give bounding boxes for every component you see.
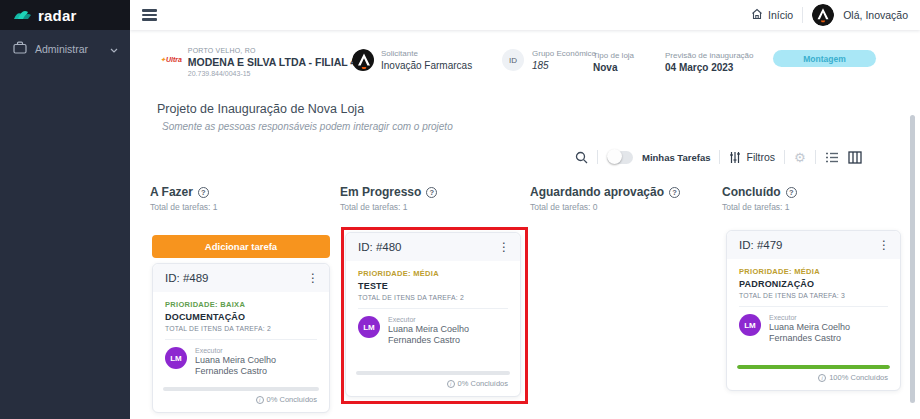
home-icon bbox=[751, 8, 763, 22]
logo-block[interactable]: radar bbox=[0, 0, 130, 30]
task-card-480[interactable]: ID: #480 ⋮ PRIORIDADE: MÉDIA TESTE TOTAL… bbox=[345, 232, 521, 397]
help-icon[interactable]: ? bbox=[786, 187, 797, 198]
card-header: ID: #479 ⋮ bbox=[727, 231, 900, 259]
search-icon[interactable] bbox=[575, 151, 588, 164]
tune-icon bbox=[729, 151, 741, 164]
progress-bar: i 0% Concluídos bbox=[163, 387, 319, 412]
solicitante-field: Solicitante Inovação Farmarcas bbox=[352, 49, 472, 71]
progress-bar: i 0% Concluídos bbox=[356, 371, 510, 396]
filters-button[interactable]: Filtros bbox=[729, 151, 775, 164]
sidebar-item-label: Administrar bbox=[35, 43, 88, 55]
progress-bar: i 100% Concluídos bbox=[737, 365, 890, 390]
sidebar-item-administrar[interactable]: Administrar bbox=[0, 30, 130, 67]
progress-label: i 0% Concluídos bbox=[356, 375, 510, 396]
executor-row: LM Executor Luana Meira Coelho Fernandes… bbox=[153, 340, 329, 378]
user-avatar[interactable] bbox=[812, 4, 834, 26]
toolbar-divider bbox=[719, 150, 720, 164]
card-header: ID: #480 ⋮ bbox=[346, 233, 520, 261]
store-name: MODENA E SILVA LTDA - FILIAL 48 bbox=[188, 56, 362, 68]
grupo-economico-field: ID Grupo Econômico 185 bbox=[502, 49, 596, 71]
card-id: ID: #489 bbox=[165, 272, 208, 284]
id-badge: ID bbox=[502, 49, 524, 71]
topbar: Início Olá, Inovação bbox=[130, 0, 920, 30]
grupo-value: 185 bbox=[532, 60, 596, 71]
column-title: Aguardando aprovação ? bbox=[530, 185, 712, 199]
add-task-button[interactable]: Adicionar tarefa bbox=[152, 235, 330, 258]
kebab-menu-icon[interactable]: ⋮ bbox=[498, 241, 510, 253]
help-icon[interactable]: ? bbox=[426, 187, 437, 198]
executor-name: Luana Meira Coelho Fernandes Castro bbox=[769, 322, 888, 345]
toolbar-divider bbox=[597, 150, 598, 164]
brand-name: radar bbox=[38, 7, 77, 24]
menu-toggle-icon[interactable] bbox=[142, 9, 157, 21]
card-id: ID: #479 bbox=[739, 239, 782, 251]
task-card-479[interactable]: ID: #479 ⋮ PRIORIDADE: MÉDIA PADRONIZAÇÃ… bbox=[726, 230, 901, 391]
card-header: ID: #489 ⋮ bbox=[153, 264, 329, 292]
card-priority: PRIORIDADE: MÉDIA bbox=[358, 269, 508, 278]
my-tasks-label: Minhas Tarefas bbox=[642, 152, 710, 163]
info-icon: i bbox=[818, 374, 826, 382]
executor-avatar: LM bbox=[739, 314, 761, 336]
home-button[interactable]: Início bbox=[751, 8, 793, 22]
card-title: TESTE bbox=[358, 281, 508, 291]
info-icon: i bbox=[447, 380, 455, 388]
store-cnpj: 20.739.844/0043-15 bbox=[188, 70, 362, 77]
previsao-value: 04 Março 2023 bbox=[665, 62, 754, 73]
tipo-loja-field: Tipo de loja Nova bbox=[593, 51, 634, 73]
column-total: Total de tarefas: 0 bbox=[530, 202, 712, 212]
ultra-brand-logo: ✦Ultra bbox=[160, 56, 182, 64]
previsao-label: Previsão de inauguração bbox=[665, 51, 754, 60]
executor-name: Luana Meira Coelho Fernandes Castro bbox=[388, 324, 508, 347]
app-root: radar Administrar bbox=[0, 0, 920, 419]
user-greeting: Olá, Inovação bbox=[843, 9, 908, 21]
column-title: Em Progresso ? bbox=[340, 185, 522, 199]
vertical-scrollbar[interactable] bbox=[910, 115, 915, 403]
kebab-menu-icon[interactable]: ⋮ bbox=[307, 272, 319, 284]
grupo-label: Grupo Econômico bbox=[532, 49, 596, 58]
executor-name: Luana Meira Coelho Fernandes Castro bbox=[195, 355, 317, 378]
briefcase-icon bbox=[13, 41, 27, 56]
card-items-count: TOTAL DE ITENS DA TAREFA: 2 bbox=[165, 325, 317, 332]
executor-avatar: LM bbox=[165, 347, 187, 369]
previsao-field: Previsão de inauguração 04 Março 2023 bbox=[665, 51, 754, 73]
column-title: A Fazer ? bbox=[150, 185, 332, 199]
kebab-menu-icon[interactable]: ⋮ bbox=[878, 239, 890, 251]
progress-label: i 0% Concluídos bbox=[163, 391, 319, 412]
tipo-value: Nova bbox=[593, 62, 634, 73]
list-view-icon[interactable] bbox=[825, 152, 839, 163]
main-content: ✦Ultra PORTO VELHO, RO MODENA E SILVA LT… bbox=[130, 30, 920, 419]
solicitante-label: Solicitante bbox=[381, 49, 472, 58]
settings-gear-icon[interactable]: ⚙ bbox=[794, 151, 806, 164]
executor-label: Executor bbox=[388, 316, 508, 323]
help-icon[interactable]: ? bbox=[198, 187, 209, 198]
my-tasks-toggle[interactable] bbox=[607, 151, 633, 164]
column-total: Total de tarefas: 1 bbox=[340, 202, 522, 212]
executor-row: LM Executor Luana Meira Coelho Fernandes… bbox=[727, 307, 900, 345]
tipo-label: Tipo de loja bbox=[593, 51, 634, 60]
page-title: Projeto de Inauguração de Nova Loja bbox=[157, 102, 364, 116]
card-items-count: TOTAL DE ITENS DA TAREFA: 3 bbox=[739, 292, 888, 299]
store-city: PORTO VELHO, RO bbox=[188, 47, 362, 54]
help-icon[interactable]: ? bbox=[669, 187, 680, 198]
column-aguardando-aprovacao: Aguardando aprovação ? Total de tarefas:… bbox=[530, 185, 712, 212]
executor-label: Executor bbox=[769, 314, 888, 321]
column-concluido: Concluído ? Total de tarefas: 1 ID: #479… bbox=[722, 185, 904, 212]
sidebar: radar Administrar bbox=[0, 0, 130, 419]
task-card-489[interactable]: ID: #489 ⋮ PRIORIDADE: BAIXA DOCUMENTAÇÃ… bbox=[152, 263, 330, 413]
progress-label: i 100% Concluídos bbox=[737, 369, 890, 390]
column-total: Total de tarefas: 1 bbox=[150, 202, 332, 212]
card-items-count: TOTAL DE ITENS DA TAREFA: 2 bbox=[358, 294, 508, 301]
radar-logo-icon bbox=[13, 6, 32, 25]
column-em-progresso: Em Progresso ? Total de tarefas: 1 ID: #… bbox=[340, 185, 522, 212]
page-subtitle: Somente as pessoas responsáveis podem in… bbox=[162, 121, 453, 132]
filters-label: Filtros bbox=[746, 151, 775, 163]
card-priority: PRIORIDADE: BAIXA bbox=[165, 300, 317, 309]
status-badge[interactable]: Montagem bbox=[773, 50, 876, 67]
executor-label: Executor bbox=[195, 347, 317, 354]
board-toolbar: Minhas Tarefas Filtros ⚙ bbox=[575, 144, 862, 170]
toolbar-divider bbox=[815, 150, 816, 164]
card-id: ID: #480 bbox=[358, 241, 401, 253]
column-view-icon[interactable] bbox=[848, 151, 862, 164]
card-title: DOCUMENTAÇÃO bbox=[165, 312, 317, 322]
solicitante-value: Inovação Farmarcas bbox=[381, 60, 472, 71]
